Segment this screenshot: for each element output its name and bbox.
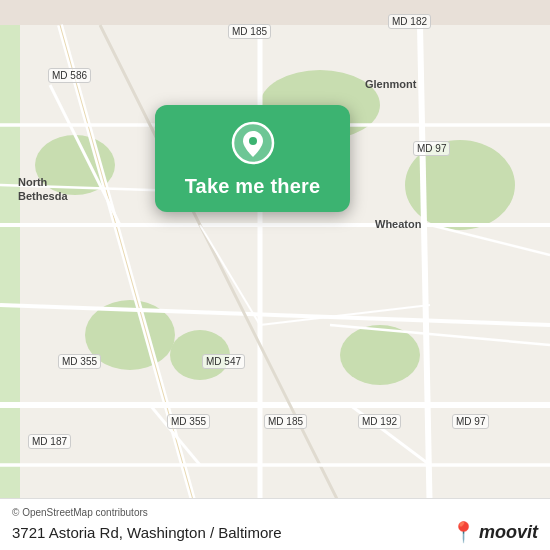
svg-rect-7: [0, 25, 20, 525]
md97-top-label: MD 97: [413, 141, 450, 156]
md185-top-label: MD 185: [228, 24, 271, 39]
northbethesda-label: NorthBethesda: [18, 175, 68, 203]
md547-label: MD 547: [202, 354, 245, 369]
moovit-logo: 📍 moovit: [451, 520, 538, 544]
location-pin-icon: [231, 121, 275, 165]
bottom-bar: © OpenStreetMap contributors 3721 Astori…: [0, 498, 550, 550]
wheaton-label: Wheaton: [375, 218, 421, 230]
md182-label: MD 182: [388, 14, 431, 29]
svg-point-6: [340, 325, 420, 385]
glenmont-label: Glenmont: [365, 78, 416, 90]
md586-label: MD 586: [48, 68, 91, 83]
map-container: Glenmont NorthBethesda Wheaton MD 182 MD…: [0, 0, 550, 550]
location-text: 3721 Astoria Rd, Washington / Baltimore: [12, 524, 282, 541]
popup-label: Take me there: [185, 175, 321, 198]
svg-point-27: [249, 137, 257, 145]
md187-label: MD 187: [28, 434, 71, 449]
moovit-brand-text: moovit: [479, 522, 538, 543]
md185-bot-label: MD 185: [264, 414, 307, 429]
osm-credit: © OpenStreetMap contributors: [12, 507, 538, 518]
moovit-pin-icon: 📍: [451, 520, 476, 544]
md355-2-label: MD 355: [167, 414, 210, 429]
md355-label: MD 355: [58, 354, 101, 369]
md97-bot-label: MD 97: [452, 414, 489, 429]
md192-label: MD 192: [358, 414, 401, 429]
take-me-there-button[interactable]: Take me there: [155, 105, 350, 212]
